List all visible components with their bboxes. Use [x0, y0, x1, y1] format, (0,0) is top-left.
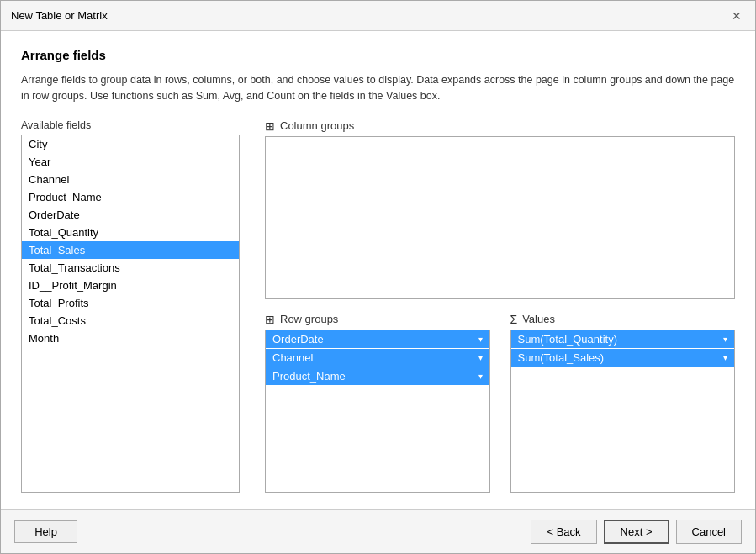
footer-right: < Back Next > Cancel [531, 520, 742, 544]
available-fields-panel: Available fields CityYearChannelProduct_… [21, 119, 240, 493]
page-title: Arrange fields [21, 48, 735, 62]
content-area: Arrange fields Arrange fields to group d… [1, 31, 755, 509]
close-button[interactable]: ✕ [728, 8, 745, 24]
dialog: New Table or Matrix ✕ Arrange fields Arr… [0, 0, 756, 554]
row-group-item[interactable]: Channel▾ [266, 349, 489, 367]
row-group-item[interactable]: Product_Name▾ [266, 367, 489, 385]
title-bar: New Table or Matrix ✕ [1, 1, 755, 31]
column-groups-text: Column groups [280, 119, 354, 132]
footer: Help < Back Next > Cancel [1, 509, 755, 553]
column-groups-icon: ⊞ [265, 119, 275, 133]
row-groups-icon: ⊞ [265, 313, 275, 326]
field-item[interactable]: Product_Name [22, 188, 239, 206]
values-icon: Σ [510, 313, 518, 326]
description-text: Arrange fields to group data in rows, co… [21, 72, 735, 104]
field-item[interactable]: City [22, 135, 239, 153]
right-panel: ⊞ Column groups ⊞ Row groups [265, 119, 735, 493]
bottom-right: ⊞ Row groups OrderDate▾Channel▾Product_N… [265, 313, 735, 493]
row-groups-text: Row groups [280, 313, 338, 325]
field-item[interactable]: Total_Quantity [22, 224, 239, 241]
column-groups-box[interactable] [265, 136, 735, 299]
field-item[interactable]: Total_Sales [22, 241, 239, 259]
field-item[interactable]: Total_Profits [22, 294, 239, 312]
top-right: ⊞ Column groups [265, 119, 735, 299]
field-item[interactable]: Year [22, 153, 239, 171]
values-box[interactable]: Sum(Total_Quantity)▾Sum(Total_Sales)▾ [510, 330, 736, 493]
row-group-item[interactable]: OrderDate▾ [266, 330, 489, 348]
help-button[interactable]: Help [14, 520, 77, 543]
cancel-button[interactable]: Cancel [676, 520, 742, 544]
available-fields-list[interactable]: CityYearChannelProduct_NameOrderDateTota… [21, 135, 240, 493]
next-button[interactable]: Next > [604, 520, 669, 544]
fields-area: Available fields CityYearChannelProduct_… [21, 119, 735, 493]
available-fields-label: Available fields [21, 119, 240, 131]
column-groups-zone: ⊞ Column groups [265, 119, 735, 299]
column-groups-label: ⊞ Column groups [265, 119, 735, 133]
values-item[interactable]: Sum(Total_Quantity)▾ [511, 330, 735, 348]
field-item[interactable]: ID__Profit_Margin [22, 277, 239, 294]
field-item[interactable]: Month [22, 330, 239, 347]
field-item[interactable]: Total_Transactions [22, 259, 239, 277]
footer-left: Help [14, 520, 77, 543]
values-item[interactable]: Sum(Total_Sales)▾ [511, 349, 735, 367]
row-groups-label: ⊞ Row groups [265, 313, 490, 326]
values-label: Σ Values [510, 313, 736, 326]
values-text: Values [522, 313, 555, 325]
row-groups-zone: ⊞ Row groups OrderDate▾Channel▾Product_N… [265, 313, 490, 493]
back-button[interactable]: < Back [531, 520, 596, 544]
field-item[interactable]: Channel [22, 171, 239, 188]
dialog-title: New Table or Matrix [11, 9, 108, 22]
field-item[interactable]: OrderDate [22, 206, 239, 224]
field-item[interactable]: Total_Costs [22, 312, 239, 330]
values-zone: Σ Values Sum(Total_Quantity)▾Sum(Total_S… [510, 313, 736, 493]
row-groups-box[interactable]: OrderDate▾Channel▾Product_Name▾ [265, 330, 490, 493]
